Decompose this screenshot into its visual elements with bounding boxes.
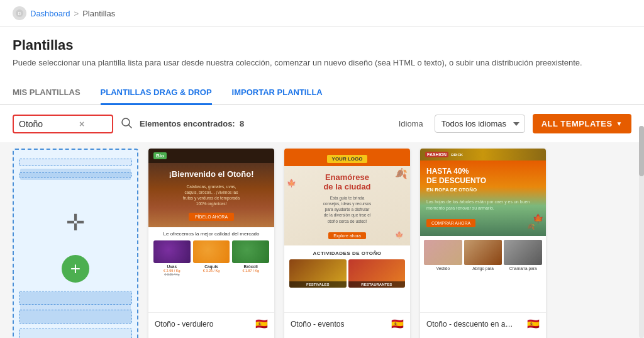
new-template-card[interactable]: ✛ + bbox=[13, 149, 138, 338]
new-template-inner: ✛ + bbox=[14, 150, 137, 338]
dashed-line-bottom3 bbox=[19, 329, 132, 338]
template-card-descuento[interactable]: FASHION BRICK 🍁 🍂 HASTA 40%DE DESCUENTO … bbox=[420, 149, 546, 338]
template-footer-eventos: Otoño - eventos 🇪🇸 bbox=[284, 312, 410, 335]
template-preview-descuento: FASHION BRICK 🍁 🍂 HASTA 40%DE DESCUENTO … bbox=[420, 149, 546, 312]
scroll-thumb[interactable] bbox=[639, 126, 644, 176]
page-description: Puede seleccionar una plantilla lista pa… bbox=[13, 57, 631, 69]
toolbar: × Elementos encontrados: 8 Idioma Todos … bbox=[0, 105, 644, 142]
move-icon: ✛ bbox=[66, 210, 85, 236]
search-input[interactable] bbox=[19, 119, 75, 129]
template-footer-verdulero: Otoño - verdulero 🇪🇸 bbox=[148, 312, 274, 335]
dashed-line-mid bbox=[19, 172, 132, 177]
breadcrumb-separator: > bbox=[74, 9, 79, 18]
template-footer-descuento: Otoño - descuento en artículos … 🇪🇸 bbox=[420, 312, 546, 335]
svg-text:D: D bbox=[18, 11, 21, 16]
page-header: Plantillas Puede seleccionar una plantil… bbox=[0, 27, 644, 75]
add-template-button[interactable]: + bbox=[62, 255, 89, 283]
all-templates-label: ALL TEMPLATES bbox=[541, 119, 613, 128]
page-title: Plantillas bbox=[13, 37, 631, 54]
breadcrumb-current: Plantillas bbox=[82, 9, 115, 18]
breadcrumb: D Dashboard > Plantillas bbox=[0, 0, 644, 27]
dashed-line-bottom2 bbox=[19, 310, 132, 324]
search-box: × bbox=[13, 115, 113, 133]
chevron-down-icon: ▼ bbox=[616, 120, 623, 127]
template-card-verdulero[interactable]: Bio ¡Bienvenido el Otoño! Calabacas, gra… bbox=[148, 149, 274, 338]
svg-line-3 bbox=[128, 125, 131, 128]
idioma-label: Idioma bbox=[399, 119, 423, 128]
template-preview-verdulero: Bio ¡Bienvenido el Otoño! Calabacas, gra… bbox=[148, 149, 274, 312]
language-select[interactable]: Todos los idiomas Español English França… bbox=[435, 115, 525, 133]
scrollbar[interactable] bbox=[639, 126, 644, 338]
results-number: 8 bbox=[240, 119, 244, 128]
search-clear-icon[interactable]: × bbox=[79, 119, 84, 129]
tabs-bar: MIS PLANTILLAS PLANTILLAS DRAG & DROP IM… bbox=[0, 80, 644, 105]
tab-drag-drop[interactable]: PLANTILLAS DRAG & DROP bbox=[101, 80, 212, 105]
flag-descuento: 🇪🇸 bbox=[527, 318, 540, 330]
template-card-eventos[interactable]: YOUR LOGO 🍂 🍁 🍁 Enamóresede la ciudad Es… bbox=[284, 149, 410, 338]
flag-eventos: 🇪🇸 bbox=[391, 318, 404, 330]
tab-importar[interactable]: IMPORTAR PLANTILLA bbox=[232, 80, 323, 105]
breadcrumb-home-link[interactable]: Dashboard bbox=[30, 9, 70, 18]
search-icon[interactable] bbox=[121, 117, 132, 131]
flag-verdulero: 🇪🇸 bbox=[255, 318, 268, 330]
tab-mis-plantillas[interactable]: MIS PLANTILLAS bbox=[13, 80, 80, 105]
templates-grid: ✛ + Bio ¡Bienvenido el Otoño! Calabacas,… bbox=[0, 142, 644, 338]
results-prefix: Elementos encontrados: bbox=[140, 119, 235, 128]
template-preview-eventos: YOUR LOGO 🍂 🍁 🍁 Enamóresede la ciudad Es… bbox=[284, 149, 410, 312]
dashed-line-bottom1 bbox=[19, 291, 132, 305]
template-name-descuento: Otoño - descuento en artículos … bbox=[426, 320, 514, 329]
results-count: Elementos encontrados: 8 bbox=[140, 119, 244, 128]
template-name-eventos: Otoño - eventos bbox=[291, 320, 344, 329]
logo-icon: D bbox=[13, 6, 26, 20]
all-templates-button[interactable]: ALL TEMPLATES ▼ bbox=[533, 114, 631, 133]
dashed-line-top bbox=[19, 159, 132, 166]
template-name-verdulero: Otoño - verdulero bbox=[155, 320, 213, 329]
